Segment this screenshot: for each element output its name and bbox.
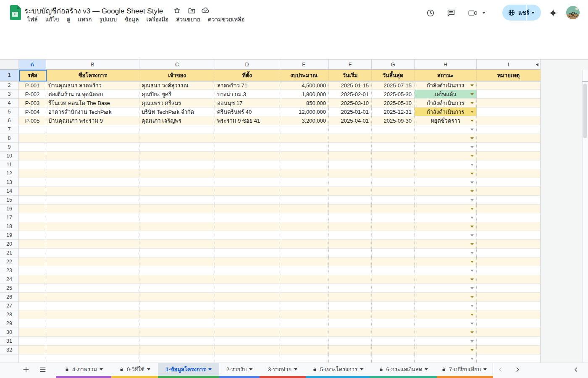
row-header-2[interactable]: 2 [0,81,19,90]
cell-C33[interactable] [139,354,215,362]
share-dropdown-icon[interactable] [527,12,539,14]
menu-view[interactable]: ดู [63,15,74,24]
cell-H5[interactable]: กำลังดำเนินการ [415,108,477,116]
cell-I15[interactable] [477,196,541,205]
cell-H21[interactable] [415,249,477,257]
cell-B17[interactable] [46,213,139,222]
tab-scroll-left-button[interactable] [496,365,506,375]
row-header-3[interactable]: 3 [0,90,19,99]
add-sheet-button[interactable] [21,365,31,375]
cell-H25[interactable] [415,284,477,293]
cell-C7[interactable] [139,125,215,134]
cell-G22[interactable] [372,257,415,266]
cell-E12[interactable] [279,169,329,178]
document-title[interactable]: ระบบบัญชีก่อสร้าง v3 — Google Sheet Styl… [24,5,163,16]
sheet-tab-7[interactable]: 7-เปรียบเทียบ [437,363,493,376]
row-header-22[interactable]: 22 [0,257,19,266]
cell-A4[interactable]: P-003 [19,99,46,108]
cell-D7[interactable] [215,125,279,134]
cell-D19[interactable] [215,231,279,240]
column-header-A[interactable]: A [19,60,46,70]
cell-C5[interactable]: บริษัท TechPark จำกัด [139,108,215,116]
cell-D18[interactable] [215,222,279,231]
account-avatar[interactable] [566,6,580,19]
cell-G8[interactable] [372,134,415,143]
cell-E31[interactable] [279,337,329,346]
cell-H16[interactable] [415,205,477,213]
cell-I13[interactable] [477,178,541,187]
cell-B7[interactable] [46,125,139,134]
cell-A13[interactable] [19,178,46,187]
cell-H4[interactable]: กำลังดำเนินการ [415,99,477,108]
cell-A32[interactable] [19,346,46,354]
row-header-11[interactable]: 11 [0,160,19,169]
cell-I21[interactable] [477,249,541,257]
cell-F9[interactable] [329,143,372,152]
cell-D21[interactable] [215,249,279,257]
cell-B2[interactable]: บ้านคุณธนา ลาดพร้าว [46,81,139,90]
column-header-E[interactable]: E [279,60,329,70]
cell-D32[interactable] [215,346,279,354]
cell-C2[interactable]: คุณธนา วงศ์สุวรรณ [139,81,215,90]
menu-edit[interactable]: แก้ไข [42,15,63,24]
cell-C29[interactable] [139,319,215,328]
cell-D28[interactable] [215,310,279,319]
cell-G17[interactable] [372,213,415,222]
sheet-tab-dropdown-icon[interactable] [249,368,252,370]
cell-I10[interactable] [477,152,541,160]
cell-H7[interactable] [415,125,477,134]
cell-A33[interactable] [19,354,46,362]
sheet-tab-dropdown-icon[interactable] [294,368,297,370]
status-dropdown-icon[interactable] [470,120,474,122]
cell-A19[interactable] [19,231,46,240]
cell-A26[interactable] [19,293,46,302]
cell-D33[interactable] [215,354,279,362]
cell-E22[interactable] [279,257,329,266]
cell-D22[interactable] [215,257,279,266]
cell-G32[interactable] [372,346,415,354]
cell-E32[interactable] [279,346,329,354]
cell-C28[interactable] [139,310,215,319]
cell-H28[interactable] [415,310,477,319]
cell-H18[interactable] [415,222,477,231]
cell-F33[interactable] [329,354,372,362]
cell-B24[interactable] [46,275,139,284]
cell-H24[interactable] [415,275,477,284]
cell-G10[interactable] [372,152,415,160]
cell-I3[interactable] [477,90,541,99]
sheet-tab-6[interactable]: 6-กระแสเงินสด [370,363,437,376]
cell-A11[interactable] [19,160,46,169]
cell-I8[interactable] [477,134,541,143]
cloud-status-icon[interactable] [201,6,210,15]
cell-E11[interactable] [279,160,329,169]
status-dropdown-icon[interactable] [470,323,474,325]
cell-E5[interactable]: 12,000,000 [279,108,329,116]
cell-H1[interactable]: สถานะ [415,70,477,81]
cell-B4[interactable]: รีโนเวท คอนโด The Base [46,99,139,108]
cell-D24[interactable] [215,275,279,284]
cell-D23[interactable] [215,266,279,275]
status-dropdown-icon[interactable] [470,358,474,360]
cell-F18[interactable] [329,222,372,231]
cell-A2[interactable]: P-001 [19,81,46,90]
cell-I19[interactable] [477,231,541,240]
sheet-tab-5[interactable]: 5-เจาะโครงการ [306,363,370,376]
cell-I32[interactable] [477,346,541,354]
cell-E2[interactable]: 4,500,000 [279,81,329,90]
row-header-12[interactable]: 12 [0,169,19,178]
cell-C16[interactable] [139,205,215,213]
cell-I33[interactable] [477,354,541,362]
status-dropdown-icon[interactable] [470,146,474,148]
cell-B33[interactable] [46,354,139,362]
cell-B12[interactable] [46,169,139,178]
cell-D25[interactable] [215,284,279,293]
cell-B26[interactable] [46,293,139,302]
row-header-23[interactable]: 23 [0,266,19,275]
status-dropdown-icon[interactable] [470,190,474,192]
cell-C30[interactable] [139,328,215,337]
cell-E17[interactable] [279,213,329,222]
row-header-27[interactable]: 27 [0,302,19,310]
meet-video-icon[interactable] [467,8,478,18]
cell-C9[interactable] [139,143,215,152]
cell-D30[interactable] [215,328,279,337]
